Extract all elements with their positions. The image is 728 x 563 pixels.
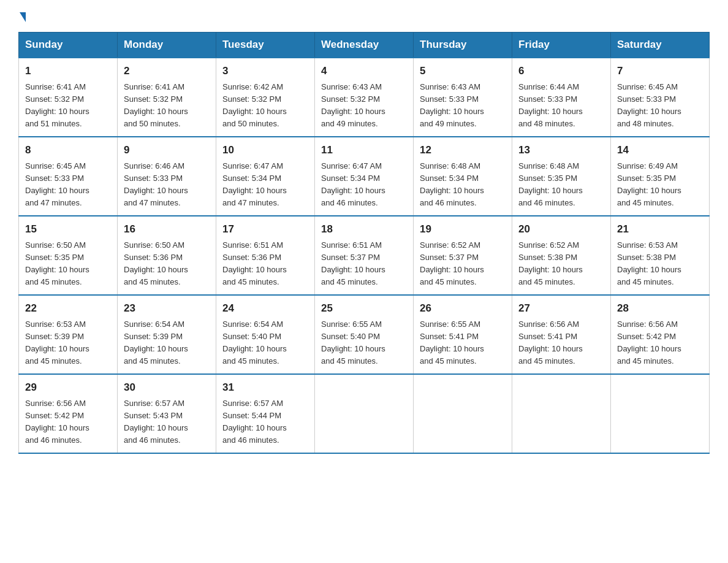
calendar-cell: 17Sunrise: 6:51 AMSunset: 5:36 PMDayligh… — [216, 216, 315, 295]
day-info: Sunrise: 6:41 AMSunset: 5:32 PMDaylight:… — [124, 81, 210, 131]
calendar-cell: 9Sunrise: 6:46 AMSunset: 5:33 PMDaylight… — [118, 137, 216, 216]
day-info: Sunrise: 6:54 AMSunset: 5:40 PMDaylight:… — [222, 318, 308, 368]
calendar-cell: 5Sunrise: 6:43 AMSunset: 5:33 PMDaylight… — [414, 58, 512, 137]
day-number: 8 — [25, 142, 111, 158]
day-number: 29 — [25, 380, 111, 396]
day-number: 10 — [222, 142, 308, 158]
header-tuesday: Tuesday — [216, 33, 315, 58]
day-number: 22 — [25, 301, 111, 316]
day-number: 11 — [321, 142, 407, 158]
day-number: 27 — [518, 301, 604, 316]
logo-triangle-icon — [20, 12, 26, 22]
calendar-table: SundayMondayTuesdayWednesdayThursdayFrid… — [18, 32, 710, 454]
calendar-cell — [315, 374, 414, 453]
calendar-cell — [512, 374, 611, 453]
day-info: Sunrise: 6:54 AMSunset: 5:39 PMDaylight:… — [124, 318, 210, 368]
day-number: 4 — [321, 63, 407, 79]
calendar-cell: 6Sunrise: 6:44 AMSunset: 5:33 PMDaylight… — [512, 58, 611, 137]
day-info: Sunrise: 6:41 AMSunset: 5:32 PMDaylight:… — [25, 81, 111, 131]
calendar-cell: 13Sunrise: 6:48 AMSunset: 5:35 PMDayligh… — [512, 137, 611, 216]
day-number: 12 — [420, 142, 506, 158]
day-info: Sunrise: 6:49 AMSunset: 5:35 PMDaylight:… — [617, 160, 703, 210]
calendar-cell — [414, 374, 512, 453]
day-number: 28 — [617, 301, 703, 316]
calendar-cell: 27Sunrise: 6:56 AMSunset: 5:41 PMDayligh… — [512, 295, 611, 374]
calendar-cell: 14Sunrise: 6:49 AMSunset: 5:35 PMDayligh… — [611, 137, 710, 216]
header-sunday: Sunday — [19, 33, 118, 58]
day-info: Sunrise: 6:56 AMSunset: 5:42 PMDaylight:… — [617, 318, 703, 368]
week-row-5: 29Sunrise: 6:56 AMSunset: 5:42 PMDayligh… — [19, 374, 710, 453]
day-info: Sunrise: 6:51 AMSunset: 5:37 PMDaylight:… — [321, 239, 407, 289]
calendar-cell: 2Sunrise: 6:41 AMSunset: 5:32 PMDaylight… — [118, 58, 216, 137]
day-number: 7 — [617, 63, 703, 79]
day-info: Sunrise: 6:43 AMSunset: 5:32 PMDaylight:… — [321, 81, 407, 131]
day-number: 5 — [420, 63, 506, 79]
calendar-header-row: SundayMondayTuesdayWednesdayThursdayFrid… — [19, 33, 710, 58]
day-number: 3 — [222, 63, 308, 79]
day-number: 1 — [25, 63, 111, 79]
day-info: Sunrise: 6:56 AMSunset: 5:41 PMDaylight:… — [518, 318, 604, 368]
page-header — [18, 12, 710, 22]
day-info: Sunrise: 6:48 AMSunset: 5:35 PMDaylight:… — [518, 160, 604, 210]
calendar-cell: 26Sunrise: 6:55 AMSunset: 5:41 PMDayligh… — [414, 295, 512, 374]
week-row-1: 1Sunrise: 6:41 AMSunset: 5:32 PMDaylight… — [19, 58, 710, 137]
logo — [18, 12, 26, 22]
calendar-cell: 29Sunrise: 6:56 AMSunset: 5:42 PMDayligh… — [19, 374, 118, 453]
calendar-cell: 1Sunrise: 6:41 AMSunset: 5:32 PMDaylight… — [19, 58, 118, 137]
day-number: 6 — [518, 63, 604, 79]
day-info: Sunrise: 6:55 AMSunset: 5:41 PMDaylight:… — [420, 318, 506, 368]
calendar-cell: 25Sunrise: 6:55 AMSunset: 5:40 PMDayligh… — [315, 295, 414, 374]
header-friday: Friday — [512, 33, 611, 58]
day-info: Sunrise: 6:47 AMSunset: 5:34 PMDaylight:… — [321, 160, 407, 210]
logo-line-general — [18, 12, 26, 22]
calendar-cell: 28Sunrise: 6:56 AMSunset: 5:42 PMDayligh… — [611, 295, 710, 374]
day-info: Sunrise: 6:42 AMSunset: 5:32 PMDaylight:… — [222, 81, 308, 131]
calendar-cell: 10Sunrise: 6:47 AMSunset: 5:34 PMDayligh… — [216, 137, 315, 216]
header-monday: Monday — [118, 33, 216, 58]
week-row-2: 8Sunrise: 6:45 AMSunset: 5:33 PMDaylight… — [19, 137, 710, 216]
calendar-cell: 8Sunrise: 6:45 AMSunset: 5:33 PMDaylight… — [19, 137, 118, 216]
calendar-cell — [611, 374, 710, 453]
calendar-cell: 16Sunrise: 6:50 AMSunset: 5:36 PMDayligh… — [118, 216, 216, 295]
day-number: 17 — [222, 221, 308, 237]
calendar-cell: 4Sunrise: 6:43 AMSunset: 5:32 PMDaylight… — [315, 58, 414, 137]
day-number: 19 — [420, 221, 506, 237]
calendar-cell: 23Sunrise: 6:54 AMSunset: 5:39 PMDayligh… — [118, 295, 216, 374]
day-info: Sunrise: 6:56 AMSunset: 5:42 PMDaylight:… — [25, 397, 111, 447]
week-row-3: 15Sunrise: 6:50 AMSunset: 5:35 PMDayligh… — [19, 216, 710, 295]
day-info: Sunrise: 6:44 AMSunset: 5:33 PMDaylight:… — [518, 81, 604, 131]
header-thursday: Thursday — [414, 33, 512, 58]
day-number: 2 — [124, 63, 210, 79]
day-info: Sunrise: 6:50 AMSunset: 5:36 PMDaylight:… — [124, 239, 210, 289]
day-info: Sunrise: 6:46 AMSunset: 5:33 PMDaylight:… — [124, 160, 210, 210]
day-number: 31 — [222, 380, 308, 396]
calendar-cell: 30Sunrise: 6:57 AMSunset: 5:43 PMDayligh… — [118, 374, 216, 453]
day-number: 21 — [617, 221, 703, 237]
day-info: Sunrise: 6:52 AMSunset: 5:37 PMDaylight:… — [420, 239, 506, 289]
week-row-4: 22Sunrise: 6:53 AMSunset: 5:39 PMDayligh… — [19, 295, 710, 374]
calendar-cell: 18Sunrise: 6:51 AMSunset: 5:37 PMDayligh… — [315, 216, 414, 295]
calendar-cell: 12Sunrise: 6:48 AMSunset: 5:34 PMDayligh… — [414, 137, 512, 216]
day-info: Sunrise: 6:45 AMSunset: 5:33 PMDaylight:… — [25, 160, 111, 210]
day-number: 30 — [124, 380, 210, 396]
day-info: Sunrise: 6:47 AMSunset: 5:34 PMDaylight:… — [222, 160, 308, 210]
day-number: 18 — [321, 221, 407, 237]
day-info: Sunrise: 6:57 AMSunset: 5:43 PMDaylight:… — [124, 397, 210, 447]
calendar-cell: 22Sunrise: 6:53 AMSunset: 5:39 PMDayligh… — [19, 295, 118, 374]
day-number: 15 — [25, 221, 111, 237]
header-saturday: Saturday — [611, 33, 710, 58]
day-info: Sunrise: 6:50 AMSunset: 5:35 PMDaylight:… — [25, 239, 111, 289]
day-info: Sunrise: 6:52 AMSunset: 5:38 PMDaylight:… — [518, 239, 604, 289]
calendar-cell: 24Sunrise: 6:54 AMSunset: 5:40 PMDayligh… — [216, 295, 315, 374]
calendar-cell: 21Sunrise: 6:53 AMSunset: 5:38 PMDayligh… — [611, 216, 710, 295]
header-wednesday: Wednesday — [315, 33, 414, 58]
day-number: 13 — [518, 142, 604, 158]
day-info: Sunrise: 6:53 AMSunset: 5:38 PMDaylight:… — [617, 239, 703, 289]
calendar-cell: 3Sunrise: 6:42 AMSunset: 5:32 PMDaylight… — [216, 58, 315, 137]
day-info: Sunrise: 6:45 AMSunset: 5:33 PMDaylight:… — [617, 81, 703, 131]
calendar-cell: 15Sunrise: 6:50 AMSunset: 5:35 PMDayligh… — [19, 216, 118, 295]
calendar-cell: 11Sunrise: 6:47 AMSunset: 5:34 PMDayligh… — [315, 137, 414, 216]
day-info: Sunrise: 6:43 AMSunset: 5:33 PMDaylight:… — [420, 81, 506, 131]
day-number: 16 — [124, 221, 210, 237]
day-info: Sunrise: 6:53 AMSunset: 5:39 PMDaylight:… — [25, 318, 111, 368]
